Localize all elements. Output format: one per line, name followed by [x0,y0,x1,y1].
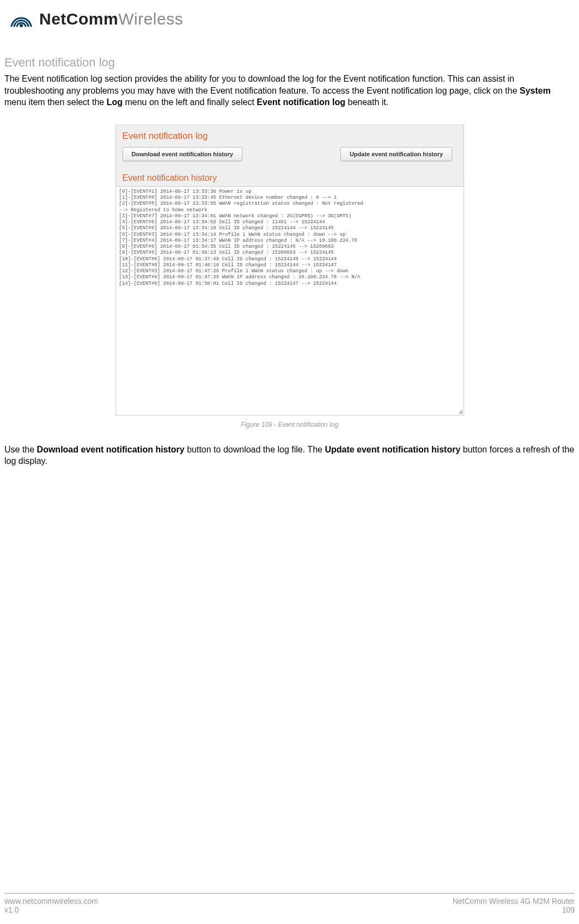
download-history-button[interactable]: Download event notification history [123,147,242,161]
footer-product: NetComm Wireless 4G M2M Router [453,897,575,905]
logo-icon [10,10,33,28]
page-footer: www.netcommwireless.com v1.0 NetComm Wir… [4,893,575,914]
svg-point-0 [20,24,23,27]
intro-bold-log: Log [107,97,123,107]
footer-right: NetComm Wireless 4G M2M Router 109 [453,897,575,914]
intro-paragraph: The Event notification log section provi… [4,73,575,108]
brand-logo: NetCommWireless [10,10,575,28]
usage-bold-update: Update event notification history [325,445,460,454]
intro-text-3: menu on the left and finally select [123,97,257,107]
usage-text-1: Use the [4,445,37,454]
app-panel: Event notification log Download event no… [115,125,464,415]
intro-text-1: The Event notification log section provi… [4,74,520,95]
usage-bold-download: Download event notification history [37,445,185,454]
intro-text-4: beneath it. [345,97,388,107]
usage-paragraph: Use the Download event notification hist… [4,444,575,467]
log-lines: [0]-[EVENT#1] 2014-09-17 13:33:36 Power … [119,189,363,286]
footer-left: www.netcommwireless.com v1.0 [4,897,98,914]
intro-bold-event-log: Event notification log [257,97,345,107]
update-history-button[interactable]: Update event notification history [340,147,452,161]
logo-text-bold: NetComm [39,10,118,28]
intro-bold-system: System [520,86,551,95]
panel-subtitle: Event notification history [116,168,464,186]
intro-text-2: menu item then select the [4,97,107,107]
figure-wrap: Event notification log Download event no… [115,125,464,429]
logo-text: NetCommWireless [39,10,183,28]
usage-text-2: button to download the log file. The [185,445,325,454]
panel-title: Event notification log [116,125,464,144]
button-row: Download event notification history Upda… [116,144,464,168]
footer-page: 109 [453,905,575,914]
resize-handle-icon[interactable] [457,408,462,414]
logo-text-light: Wireless [118,10,183,28]
footer-url: www.netcommwireless.com [4,897,98,905]
footer-version: v1.0 [4,905,98,914]
log-output: [0]-[EVENT#1] 2014-09-17 13:33:36 Power … [116,186,464,415]
section-heading: Event notification log [4,56,575,70]
figure-caption: Figure 109 - Event notification log [115,421,464,429]
